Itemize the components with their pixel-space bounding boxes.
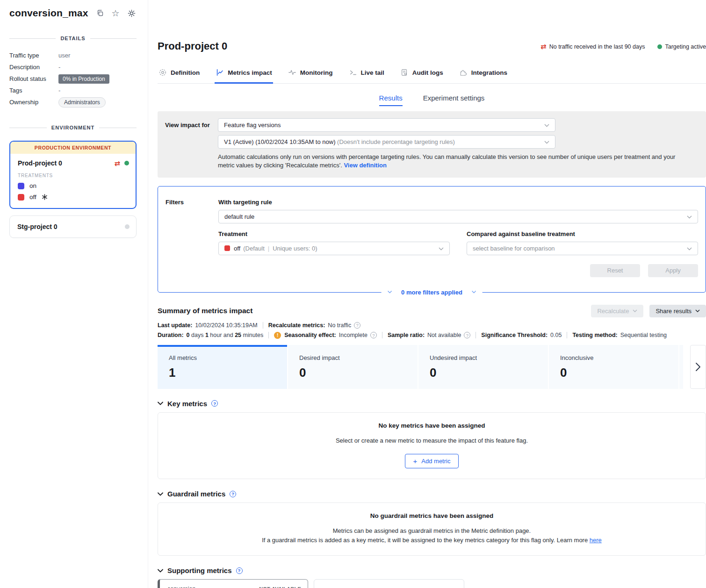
- treatment-dropdown[interactable]: off (Default | Unique users: 0): [218, 242, 450, 255]
- help-icon[interactable]: ?: [230, 491, 236, 497]
- last-update-label: Last update:: [158, 322, 192, 329]
- collapse-chevron-icon[interactable]: [158, 402, 163, 405]
- card-value: 0: [560, 366, 678, 380]
- tab-integrations[interactable]: Integrations: [458, 64, 508, 84]
- chevron-down-icon: [387, 291, 392, 294]
- version-value: V1 (Active) (10/02/2024 10:35AM to now): [224, 138, 337, 145]
- testing-method-value: Sequential testing: [620, 332, 667, 338]
- guardrail-metrics-header: Guardrail metrics ?: [158, 490, 706, 498]
- empty-state-title: No guardrail metrics have been assigned: [167, 512, 696, 519]
- divider: [263, 322, 263, 329]
- targeting-rule-dropdown[interactable]: default rule: [218, 210, 698, 223]
- tab-label: Audit logs: [412, 69, 443, 76]
- treatment-note: Unique users: 0): [273, 245, 317, 252]
- recalculate-metrics-label: Recalculate metrics:: [268, 322, 325, 329]
- filters-title: Filters: [166, 199, 218, 277]
- summary-title: Summary of metrics impact: [158, 307, 591, 315]
- details-section-header: DETAILS: [9, 36, 137, 41]
- guardrail-metrics-title: Guardrail metrics: [167, 490, 225, 498]
- ownership-pill[interactable]: Administrators: [58, 97, 106, 108]
- tab-label: Live tail: [361, 69, 384, 76]
- detail-label: Traffic type: [9, 52, 58, 59]
- detail-label: Tags: [9, 87, 58, 94]
- share-results-button[interactable]: Share results: [649, 305, 706, 317]
- supporting-metrics-cards: conversion NOT AVAILABLE N/A ? No calcul…: [158, 579, 706, 588]
- terminal-icon: [349, 68, 357, 77]
- impact-card-desired[interactable]: Desired impact 0: [288, 345, 418, 389]
- subtab-results[interactable]: Results: [379, 94, 403, 106]
- card-label: Undesired impact: [430, 354, 548, 361]
- main-content: Prod-project 0 ⇄ No traffic received in …: [148, 0, 706, 588]
- more-filters-toggle[interactable]: 0 more filters applied: [381, 288, 483, 295]
- tab-definition[interactable]: Definition: [158, 64, 201, 84]
- duration-value: 0 days 1 hour and 25 minutes: [187, 332, 264, 338]
- copy-icon[interactable]: [96, 9, 104, 17]
- manage-metrics-button[interactable]: + Manage metrics: [314, 579, 464, 588]
- baseline-filter: Compared against baseline treatment sele…: [467, 230, 698, 255]
- version-type-value: Feature flag versions: [224, 122, 281, 129]
- treatment-row-off: off: [18, 194, 129, 201]
- help-icon[interactable]: ?: [354, 322, 360, 329]
- key-metrics-title: Key metrics: [167, 400, 207, 408]
- production-environment-card[interactable]: PRODUCTION ENVIRONMENT Prod-project 0 ⇄ …: [9, 141, 137, 209]
- version-dropdown[interactable]: V1 (Active) (10/02/2024 10:35AM to now) …: [218, 135, 555, 149]
- gear-icon[interactable]: [127, 9, 136, 18]
- subtab-experiment-settings[interactable]: Experiment settings: [423, 94, 485, 106]
- version-type-dropdown[interactable]: Feature flag versions: [218, 118, 555, 132]
- guardrail-info-line2: If a guardrail metrics is added as a key…: [167, 536, 696, 545]
- treatment-label: Treatment: [218, 230, 450, 237]
- view-definition-link[interactable]: View definition: [344, 162, 387, 169]
- chevron-down-icon: [687, 245, 692, 252]
- help-icon[interactable]: ?: [211, 400, 218, 407]
- tab-audit-logs[interactable]: Audit logs: [399, 64, 444, 84]
- no-traffic-icon: ⇄: [114, 160, 120, 167]
- summary-meta-line-1: Last update: 10/02/2024 10:35:19AM Recal…: [158, 322, 706, 329]
- recalculate-button[interactable]: Recalculate: [591, 305, 643, 317]
- tab-monitoring[interactable]: Monitoring: [287, 64, 334, 84]
- treatment-row-on: on: [18, 182, 129, 189]
- add-metric-button[interactable]: + Add metric: [405, 454, 459, 468]
- targeting-rule-label: With targeting rule: [218, 199, 698, 206]
- help-icon[interactable]: ?: [236, 567, 243, 574]
- main-tabs: Definition Metrics impact Monitoring: [158, 64, 706, 84]
- guardrail-info-line1: Metrics can be assigned as guardrail met…: [167, 526, 696, 536]
- more-filters-text: 0 more filters applied: [401, 288, 462, 295]
- detail-row-description: Description -: [9, 61, 137, 73]
- reset-button[interactable]: Reset: [590, 264, 640, 277]
- help-icon[interactable]: ?: [464, 332, 470, 338]
- tab-label: Monitoring: [300, 69, 333, 76]
- baseline-dropdown[interactable]: select baseline for comparison: [467, 242, 698, 255]
- star-icon[interactable]: ☆: [112, 9, 120, 18]
- audit-log-icon: [400, 68, 409, 77]
- tab-live-tail[interactable]: Live tail: [348, 64, 385, 84]
- metric-card-conversion[interactable]: conversion NOT AVAILABLE N/A ? No calcul…: [158, 579, 308, 588]
- treatment-on-label: on: [29, 182, 36, 189]
- collapse-chevron-icon[interactable]: [158, 492, 163, 496]
- help-icon[interactable]: ?: [370, 332, 377, 338]
- detail-row-traffic-type: Traffic type user: [9, 50, 137, 61]
- baseline-placeholder: select baseline for comparison: [473, 245, 555, 252]
- detail-label: Ownership: [9, 99, 58, 106]
- significance-value: 0.05: [550, 332, 562, 338]
- detail-label: Rollout status: [9, 75, 58, 82]
- learn-more-link[interactable]: here: [590, 537, 602, 544]
- tab-metrics-impact[interactable]: Metrics impact: [215, 64, 273, 84]
- results-subtabs: Results Experiment settings: [158, 94, 706, 106]
- pipe-divider: |: [268, 245, 269, 252]
- impact-card-undesired[interactable]: Undesired impact 0: [418, 345, 548, 389]
- treatment-note: (Default: [243, 245, 265, 252]
- treatment-off-swatch: [18, 194, 24, 201]
- targeting-text: Targeting active: [665, 43, 706, 50]
- apply-button[interactable]: Apply: [648, 264, 698, 277]
- staging-environment-card[interactable]: Stg-project 0: [9, 215, 137, 238]
- impact-card-inconclusive[interactable]: Inconclusive 0: [549, 345, 678, 389]
- empty-state-body: Metrics can be assigned as guardrail met…: [167, 526, 696, 545]
- card-value: 1: [169, 366, 287, 380]
- metric-name: conversion: [167, 586, 259, 588]
- recalculate-metrics-value: No traffic: [328, 322, 351, 329]
- impact-card-all-metrics[interactable]: All metrics 1: [158, 345, 287, 389]
- collapse-chevron-icon[interactable]: [158, 569, 163, 573]
- cards-next-button[interactable]: [690, 345, 706, 389]
- empty-state-body: Select or create a new metric to measure…: [167, 436, 696, 445]
- treatment-off-label: off: [29, 194, 36, 201]
